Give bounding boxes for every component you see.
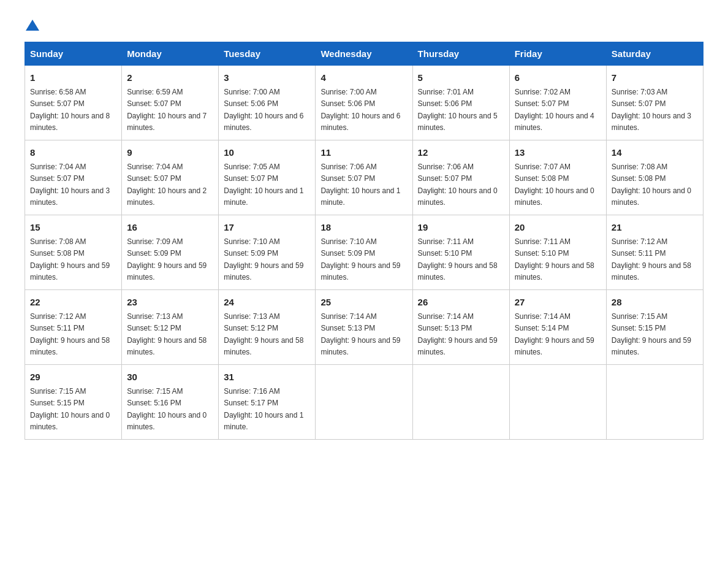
day-cell — [412, 365, 509, 440]
day-info: Sunrise: 7:09 AMSunset: 5:09 PMDaylight:… — [127, 236, 213, 283]
day-number: 12 — [418, 145, 504, 159]
svg-marker-0 — [26, 20, 39, 31]
col-header-thursday: Thursday — [412, 42, 509, 66]
calendar-header: SundayMondayTuesdayWednesdayThursdayFrid… — [25, 42, 703, 66]
day-number: 16 — [127, 220, 213, 234]
day-number: 19 — [418, 220, 504, 234]
day-cell: 7Sunrise: 7:03 AMSunset: 5:07 PMDaylight… — [606, 66, 703, 140]
day-cell: 20Sunrise: 7:11 AMSunset: 5:10 PMDayligh… — [509, 215, 606, 290]
day-cell: 16Sunrise: 7:09 AMSunset: 5:09 PMDayligh… — [122, 215, 219, 290]
day-cell: 11Sunrise: 7:06 AMSunset: 5:07 PMDayligh… — [316, 140, 412, 215]
day-info: Sunrise: 7:13 AMSunset: 5:12 PMDaylight:… — [127, 311, 213, 358]
day-cell — [316, 365, 412, 440]
day-info: Sunrise: 7:10 AMSunset: 5:09 PMDaylight:… — [224, 236, 310, 283]
day-cell: 27Sunrise: 7:14 AMSunset: 5:14 PMDayligh… — [509, 290, 606, 365]
day-info: Sunrise: 7:01 AMSunset: 5:06 PMDaylight:… — [418, 86, 504, 134]
day-number: 1 — [30, 71, 116, 85]
day-info: Sunrise: 7:04 AMSunset: 5:07 PMDaylight:… — [30, 161, 116, 209]
day-cell: 1Sunrise: 6:58 AMSunset: 5:07 PMDaylight… — [25, 66, 122, 140]
day-number: 29 — [30, 370, 116, 384]
day-number: 30 — [127, 370, 213, 384]
day-info: Sunrise: 6:59 AMSunset: 5:07 PMDaylight:… — [127, 86, 213, 134]
day-info: Sunrise: 7:05 AMSunset: 5:07 PMDaylight:… — [224, 161, 310, 209]
day-info: Sunrise: 7:12 AMSunset: 5:11 PMDaylight:… — [612, 236, 698, 283]
day-cell: 15Sunrise: 7:08 AMSunset: 5:08 PMDayligh… — [25, 215, 122, 290]
day-number: 8 — [30, 145, 116, 159]
calendar-body: 1Sunrise: 6:58 AMSunset: 5:07 PMDaylight… — [25, 66, 703, 440]
day-info: Sunrise: 7:16 AMSunset: 5:17 PMDaylight:… — [224, 386, 310, 433]
week-row-4: 22Sunrise: 7:12 AMSunset: 5:11 PMDayligh… — [25, 290, 703, 365]
day-number: 11 — [320, 145, 407, 159]
logo-triangle-icon — [26, 18, 39, 32]
day-cell — [606, 365, 703, 440]
day-cell: 30Sunrise: 7:15 AMSunset: 5:16 PMDayligh… — [122, 365, 219, 440]
day-cell: 8Sunrise: 7:04 AMSunset: 5:07 PMDaylight… — [25, 140, 122, 215]
day-number: 31 — [224, 370, 310, 384]
day-number: 9 — [127, 145, 213, 159]
day-info: Sunrise: 7:10 AMSunset: 5:09 PMDaylight:… — [320, 236, 407, 283]
day-cell: 13Sunrise: 7:07 AMSunset: 5:08 PMDayligh… — [509, 140, 606, 215]
day-cell: 14Sunrise: 7:08 AMSunset: 5:08 PMDayligh… — [606, 140, 703, 215]
day-info: Sunrise: 7:15 AMSunset: 5:15 PMDaylight:… — [30, 386, 116, 433]
day-cell: 24Sunrise: 7:13 AMSunset: 5:12 PMDayligh… — [219, 290, 316, 365]
day-info: Sunrise: 7:07 AMSunset: 5:08 PMDaylight:… — [515, 161, 601, 209]
day-cell — [509, 365, 606, 440]
day-number: 15 — [30, 220, 116, 234]
day-info: Sunrise: 7:11 AMSunset: 5:10 PMDaylight:… — [515, 236, 601, 283]
day-info: Sunrise: 7:00 AMSunset: 5:06 PMDaylight:… — [224, 86, 310, 134]
day-number: 13 — [515, 145, 601, 159]
day-cell: 3Sunrise: 7:00 AMSunset: 5:06 PMDaylight… — [219, 66, 316, 140]
day-number: 21 — [612, 220, 698, 234]
day-info: Sunrise: 7:14 AMSunset: 5:13 PMDaylight:… — [418, 311, 504, 358]
day-cell: 6Sunrise: 7:02 AMSunset: 5:07 PMDaylight… — [509, 66, 606, 140]
day-number: 25 — [320, 295, 407, 309]
day-number: 7 — [612, 71, 698, 85]
day-info: Sunrise: 7:03 AMSunset: 5:07 PMDaylight:… — [612, 86, 698, 134]
day-number: 17 — [224, 220, 310, 234]
day-cell: 31Sunrise: 7:16 AMSunset: 5:17 PMDayligh… — [219, 365, 316, 440]
day-cell: 23Sunrise: 7:13 AMSunset: 5:12 PMDayligh… — [122, 290, 219, 365]
day-info: Sunrise: 7:11 AMSunset: 5:10 PMDaylight:… — [418, 236, 504, 283]
day-info: Sunrise: 7:14 AMSunset: 5:14 PMDaylight:… — [515, 311, 601, 358]
day-number: 20 — [515, 220, 601, 234]
day-number: 5 — [418, 71, 504, 85]
day-number: 2 — [127, 71, 213, 85]
day-info: Sunrise: 7:08 AMSunset: 5:08 PMDaylight:… — [30, 236, 116, 283]
calendar-table: SundayMondayTuesdayWednesdayThursdayFrid… — [25, 42, 703, 440]
day-number: 3 — [224, 71, 310, 85]
day-cell: 2Sunrise: 6:59 AMSunset: 5:07 PMDaylight… — [122, 66, 219, 140]
day-number: 27 — [515, 295, 601, 309]
day-cell: 25Sunrise: 7:14 AMSunset: 5:13 PMDayligh… — [316, 290, 412, 365]
day-cell: 4Sunrise: 7:00 AMSunset: 5:06 PMDaylight… — [316, 66, 412, 140]
day-info: Sunrise: 7:15 AMSunset: 5:16 PMDaylight:… — [127, 386, 213, 433]
day-cell: 5Sunrise: 7:01 AMSunset: 5:06 PMDaylight… — [412, 66, 509, 140]
day-cell: 17Sunrise: 7:10 AMSunset: 5:09 PMDayligh… — [219, 215, 316, 290]
day-number: 26 — [418, 295, 504, 309]
day-number: 28 — [612, 295, 698, 309]
day-cell: 29Sunrise: 7:15 AMSunset: 5:15 PMDayligh… — [25, 365, 122, 440]
day-number: 10 — [224, 145, 310, 159]
day-cell: 9Sunrise: 7:04 AMSunset: 5:07 PMDaylight… — [122, 140, 219, 215]
day-info: Sunrise: 7:06 AMSunset: 5:07 PMDaylight:… — [320, 161, 407, 209]
day-cell: 18Sunrise: 7:10 AMSunset: 5:09 PMDayligh… — [316, 215, 412, 290]
page-header — [25, 18, 703, 29]
day-cell: 21Sunrise: 7:12 AMSunset: 5:11 PMDayligh… — [606, 215, 703, 290]
day-info: Sunrise: 7:15 AMSunset: 5:15 PMDaylight:… — [612, 311, 698, 358]
week-row-1: 1Sunrise: 6:58 AMSunset: 5:07 PMDaylight… — [25, 66, 703, 140]
day-cell: 19Sunrise: 7:11 AMSunset: 5:10 PMDayligh… — [412, 215, 509, 290]
day-info: Sunrise: 7:13 AMSunset: 5:12 PMDaylight:… — [224, 311, 310, 358]
day-number: 24 — [224, 295, 310, 309]
day-number: 23 — [127, 295, 213, 309]
day-info: Sunrise: 7:00 AMSunset: 5:06 PMDaylight:… — [320, 86, 407, 134]
week-row-2: 8Sunrise: 7:04 AMSunset: 5:07 PMDaylight… — [25, 140, 703, 215]
week-row-5: 29Sunrise: 7:15 AMSunset: 5:15 PMDayligh… — [25, 365, 703, 440]
day-cell: 10Sunrise: 7:05 AMSunset: 5:07 PMDayligh… — [219, 140, 316, 215]
col-header-tuesday: Tuesday — [219, 42, 316, 66]
col-header-monday: Monday — [122, 42, 219, 66]
day-info: Sunrise: 7:06 AMSunset: 5:07 PMDaylight:… — [418, 161, 504, 209]
day-cell: 22Sunrise: 7:12 AMSunset: 5:11 PMDayligh… — [25, 290, 122, 365]
day-info: Sunrise: 7:04 AMSunset: 5:07 PMDaylight:… — [127, 161, 213, 209]
week-row-3: 15Sunrise: 7:08 AMSunset: 5:08 PMDayligh… — [25, 215, 703, 290]
day-info: Sunrise: 7:12 AMSunset: 5:11 PMDaylight:… — [30, 311, 116, 358]
day-info: Sunrise: 7:14 AMSunset: 5:13 PMDaylight:… — [320, 311, 407, 358]
